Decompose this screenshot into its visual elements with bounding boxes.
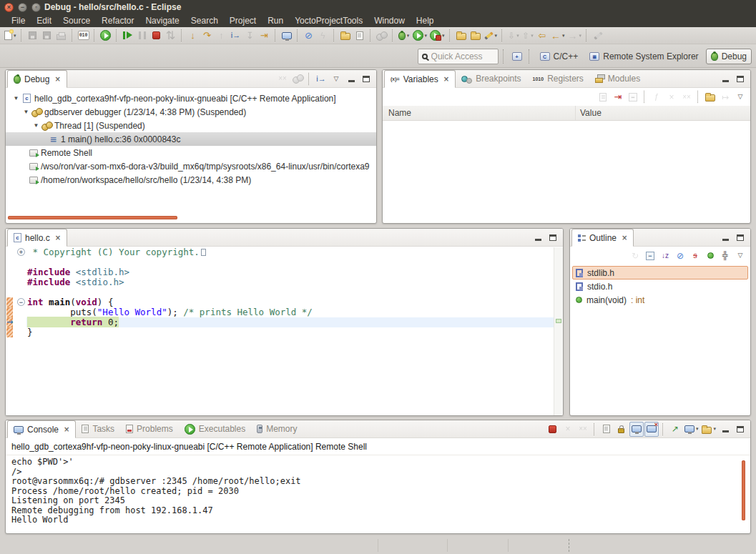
menu-edit[interactable]: Edit <box>31 16 57 26</box>
new-wizard-button[interactable]: ▾ <box>3 28 18 43</box>
debug-tree-row[interactable]: ▼gdbserver debugger (1/23/14, 4:38 PM) (… <box>6 105 376 119</box>
open-console-dropdown-arrow[interactable]: ▾ <box>713 426 716 432</box>
maximize-button[interactable] <box>733 230 747 245</box>
horizontal-scrollbar[interactable] <box>8 216 177 219</box>
code-line[interactable]: } <box>6 327 554 337</box>
close-tab-icon[interactable]: × <box>54 76 60 83</box>
tab-executables[interactable]: Executables <box>179 420 251 437</box>
menu-yoctoprojecttools[interactable]: YoctoProjectTools <box>289 16 368 26</box>
outline-item-main-void-[interactable]: main(void) : int <box>572 293 748 307</box>
hide-non-public-members-button[interactable] <box>703 248 717 263</box>
external-tools-button[interactable]: ▾ <box>428 28 446 43</box>
folded-region-indicator[interactable] <box>201 249 206 256</box>
debug-tree-row[interactable]: ▼chello_gdb_cortexa9hf-vfp-neon-poky-lin… <box>6 91 376 105</box>
add-global-variables-button[interactable]: ⇥ <box>611 89 625 104</box>
maximize-button[interactable] <box>733 422 747 437</box>
close-tab-icon[interactable]: × <box>55 234 61 242</box>
run-launch-dropdown-arrow[interactable]: ▾ <box>425 33 428 39</box>
window-close-button[interactable]: × <box>4 3 14 12</box>
skip-all-breakpoints-button[interactable]: ⊘ <box>302 28 316 43</box>
new-view-button[interactable] <box>703 89 717 104</box>
tab-console[interactable]: Console× <box>7 420 76 438</box>
forward-dropdown-arrow[interactable]: ▾ <box>579 33 582 39</box>
debug-tree-row[interactable]: /home/ron/workspace/hello/src/hello (1/2… <box>6 173 376 187</box>
back-dropdown-arrow[interactable]: ▾ <box>562 33 565 39</box>
tab-variables[interactable]: (x)=Variables× <box>384 70 456 88</box>
show-on-stderr-button[interactable] <box>644 422 659 437</box>
hide-fields-button[interactable]: ⊘ <box>673 248 687 263</box>
fold-minus-icon[interactable]: − <box>17 298 25 306</box>
minimize-button[interactable] <box>344 71 358 86</box>
previous-annotation-dropdown-arrow[interactable]: ▾ <box>531 33 534 39</box>
next-annotation-dropdown-arrow[interactable]: ▾ <box>516 33 519 39</box>
tab-outline[interactable]: Outline × <box>571 229 634 247</box>
scroll-lock-button[interactable] <box>614 422 629 437</box>
window-minimize-button[interactable]: − <box>18 3 27 12</box>
code-line[interactable]: #include <stdlib.h> <box>6 267 554 277</box>
view-menu-button[interactable]: ▽ <box>329 71 343 86</box>
outline-item-stdio-h[interactable]: stdio.h <box>572 280 748 293</box>
instruction-stepping-button[interactable]: i→ <box>229 28 243 43</box>
tab-memory[interactable]: Memory <box>251 420 303 437</box>
debug-launch-dropdown-arrow[interactable]: ▾ <box>407 33 410 39</box>
minimize-button[interactable] <box>718 230 732 245</box>
display-selected-console-button[interactable]: ▾ <box>683 422 700 437</box>
step-over-button[interactable]: ↷ <box>200 28 215 43</box>
open-perspective-button[interactable]: + <box>510 49 524 64</box>
code-line[interactable]: −int main(void) { <box>6 297 554 307</box>
view-menu-button[interactable]: ▽ <box>733 89 747 104</box>
use-step-filters-button[interactable]: ⇥ <box>257 28 272 43</box>
quick-access-input[interactable] <box>431 51 491 61</box>
memory-monitor-button[interactable] <box>280 28 294 43</box>
menu-help[interactable]: Help <box>411 16 440 26</box>
menu-navigate[interactable]: Navigate <box>139 16 185 26</box>
menu-source[interactable]: Source <box>57 16 96 26</box>
code-line[interactable] <box>6 257 554 267</box>
restart-button[interactable] <box>121 28 135 43</box>
back-button[interactable]: ←▾ <box>549 28 566 43</box>
outline-item-stdlib-h[interactable]: stdlib.h <box>572 266 748 280</box>
debug-tree-row[interactable]: ▼Thread [1] (Suspended) <box>6 119 376 132</box>
console-output[interactable]: echo $PWD'>'/>root@varsommx6q:/# gdbserv… <box>6 455 750 525</box>
resume-button[interactable] <box>99 28 113 43</box>
perspective-debug[interactable]: Debug <box>706 49 752 64</box>
terminate-button[interactable] <box>149 28 164 43</box>
open-debug-config-button[interactable] <box>468 28 483 43</box>
tab-registers[interactable]: 1010Registers <box>527 70 589 87</box>
perspective-remote-system-explorer[interactable]: ≣Remote System Explorer <box>585 49 702 64</box>
menu-refactor[interactable]: Refactor <box>96 16 139 26</box>
link-with-editor-button[interactable]: ╬ <box>718 248 732 263</box>
perspective-c-c-[interactable]: CC/C++ <box>536 49 583 64</box>
minimize-button[interactable] <box>531 230 545 245</box>
tab-debug[interactable]: Debug × <box>7 70 67 88</box>
pin-console-button[interactable]: ↗ <box>668 422 682 437</box>
new-console-doc-button[interactable] <box>353 28 367 43</box>
fold-plus-icon[interactable]: + <box>17 248 25 256</box>
code-line-current[interactable]: → return 0; <box>6 317 554 327</box>
external-tools-dropdown-arrow[interactable]: ▾ <box>442 33 445 39</box>
vertical-scrollbar[interactable] <box>742 460 745 520</box>
close-tab-icon[interactable]: × <box>64 426 69 433</box>
tab-breakpoints[interactable]: Breakpoints <box>456 70 526 87</box>
menu-window[interactable]: Window <box>368 16 411 26</box>
code-line[interactable] <box>6 287 554 297</box>
display-selected-console-dropdown-arrow[interactable]: ▾ <box>696 426 699 432</box>
last-edit-location-button[interactable]: ⇦ <box>535 28 549 43</box>
window-maximize-button[interactable]: ▫ <box>31 3 41 12</box>
close-tab-icon[interactable]: × <box>622 234 627 242</box>
code-line[interactable]: puts("Hello World"); /* prints Hello Wor… <box>6 307 554 317</box>
code-editor[interactable]: + * Copyright (C) Your copyright.#includ… <box>6 247 554 415</box>
debug-tree-row[interactable]: /wso/ron/var-som-mx6-dora-v3/build_mx6q/… <box>6 159 376 173</box>
close-tab-icon[interactable]: × <box>443 76 449 83</box>
run-launch-button[interactable]: ▾ <box>411 28 429 43</box>
toggle-mark-occurrences-dropdown-arrow[interactable]: ▾ <box>495 33 498 39</box>
maximize-button[interactable] <box>359 71 373 86</box>
collapse-all-button[interactable]: − <box>643 248 657 263</box>
tab-hello-c[interactable]: c hello.c × <box>7 229 67 247</box>
tree-expander-icon[interactable]: ▼ <box>21 109 31 115</box>
open-trace-folder-button[interactable] <box>338 28 353 43</box>
maximize-button[interactable] <box>546 230 560 245</box>
quick-access-box[interactable] <box>418 49 499 64</box>
column-header-value[interactable]: Value <box>576 108 602 118</box>
tab-problems[interactable]: Problems <box>120 420 179 437</box>
